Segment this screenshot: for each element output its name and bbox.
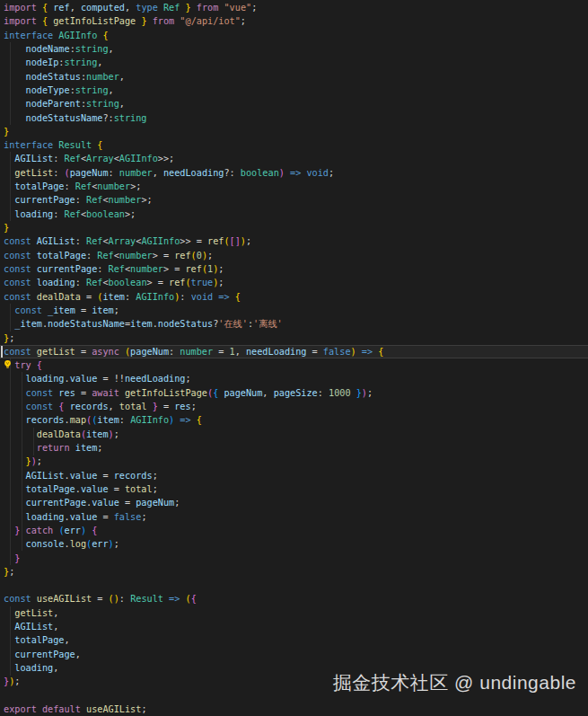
code-line[interactable]: dealData(item); xyxy=(0,428,588,441)
code-token: _item xyxy=(48,305,75,315)
code-token: Ref xyxy=(65,154,81,164)
code-line[interactable]: } catch (err) { xyxy=(0,524,588,537)
code-token: void xyxy=(191,292,214,302)
code-line[interactable]: AGIList.value = records; xyxy=(0,469,588,482)
code-token: res xyxy=(58,388,75,398)
code-token: item xyxy=(102,292,125,302)
current-line[interactable]: const getList = async (pageNum: number =… xyxy=(0,345,588,358)
code-token: string xyxy=(65,57,98,67)
code-token: nodeName xyxy=(26,44,70,54)
code-line[interactable] xyxy=(0,579,588,592)
code-line[interactable]: import { ref, computed, type Ref } from … xyxy=(0,1,588,14)
code-line[interactable]: const res = await getInfoListPage({ page… xyxy=(0,386,588,400)
code-line[interactable]: nodeParent:string, xyxy=(0,97,588,110)
code-line[interactable]: totalPage.value = total; xyxy=(0,482,588,496)
code-line[interactable]: currentPage.value = pageNum; xyxy=(0,496,588,509)
code-line[interactable]: export default useAGIList; xyxy=(0,703,588,716)
code-line[interactable]: import { getInfoListPage } from "@/api/i… xyxy=(0,14,588,28)
code-token: nodeParent xyxy=(26,99,81,109)
code-token: totalPage xyxy=(26,484,75,494)
code-token: , xyxy=(109,85,114,95)
code-token: = xyxy=(81,292,97,302)
code-line[interactable]: nodeIp:string, xyxy=(0,56,588,69)
code-line[interactable]: try { xyxy=(0,358,588,372)
code-line[interactable]: }; xyxy=(0,565,588,579)
code-token xyxy=(4,650,14,659)
code-token: , xyxy=(235,347,246,357)
code-line[interactable]: nodeType:string, xyxy=(0,84,588,97)
code-token: = xyxy=(75,388,92,398)
code-line[interactable]: AGIList, xyxy=(0,620,588,633)
code-token: try xyxy=(14,360,31,370)
code-token: ref xyxy=(207,236,224,246)
code-editor[interactable]: import { ref, computed, type Ref } from … xyxy=(0,0,588,716)
code-token: nodeStatus xyxy=(26,72,81,82)
code-token: , xyxy=(125,3,136,13)
code-token: computed xyxy=(81,3,125,13)
code-area[interactable]: import { ref, computed, type Ref } from … xyxy=(0,1,588,716)
code-line[interactable]: } xyxy=(0,552,588,565)
code-line[interactable]: return item; xyxy=(0,441,588,455)
code-token: string xyxy=(75,85,109,95)
code-line[interactable]: interface AGIInfo { xyxy=(0,29,588,42)
code-line[interactable]: totalPage, xyxy=(0,633,588,647)
code-token: , xyxy=(109,44,114,54)
code-token: Ref xyxy=(109,264,125,274)
quick-fix-lightbulb-icon[interactable] xyxy=(3,359,13,370)
code-line[interactable]: const AGIList: Ref<Array<AGIInfo>> = ref… xyxy=(0,234,588,248)
code-line[interactable]: } xyxy=(0,221,588,234)
code-line[interactable]: }); xyxy=(0,455,588,468)
text-cursor xyxy=(1,346,3,358)
code-line[interactable]: currentPage: Ref<number>; xyxy=(0,193,588,207)
code-token: dealData xyxy=(37,429,81,439)
code-token: value xyxy=(92,498,119,508)
code-token: Ref xyxy=(65,209,81,219)
code-line[interactable]: const totalPage: Ref<number> = ref(0); xyxy=(0,249,588,262)
code-token: : xyxy=(109,168,119,178)
code-line[interactable]: loading: Ref<boolean>; xyxy=(0,208,588,221)
code-token xyxy=(4,608,14,618)
code-line[interactable]: const { records, total } = res; xyxy=(0,400,588,413)
code-line[interactable]: totalPage: Ref<number>; xyxy=(0,180,588,193)
code-token: = xyxy=(75,305,92,315)
code-line[interactable]: loading.value = !!needLoading; xyxy=(0,372,588,385)
code-token: => xyxy=(290,168,301,178)
code-token: value xyxy=(81,484,109,494)
code-token xyxy=(4,635,14,645)
code-line[interactable]: console.log(err); xyxy=(0,537,588,551)
code-line[interactable]: const _item = item; xyxy=(0,304,588,317)
code-line[interactable]: interface Result { xyxy=(0,138,588,152)
code-line[interactable]: const useAGIList = (): Result => ({ xyxy=(0,592,588,606)
code-line[interactable]: loading.value = false; xyxy=(0,510,588,524)
code-line[interactable]: nodeStatus:number, xyxy=(0,70,588,84)
code-line[interactable]: getList, xyxy=(0,606,588,620)
code-token: item xyxy=(75,443,98,453)
code-token: = xyxy=(97,471,113,481)
code-token: AGIInfo xyxy=(141,236,180,246)
code-line[interactable]: currentPage, xyxy=(0,648,588,661)
code-token: ; xyxy=(97,443,102,453)
code-token xyxy=(4,622,14,632)
code-token: , xyxy=(119,99,125,109)
code-line[interactable]: const dealData = (item: AGIInfo): void =… xyxy=(0,290,588,304)
code-line[interactable]: getList: (pageNum: number, needLoading?:… xyxy=(0,166,588,180)
code-token: >> = xyxy=(180,236,207,246)
code-line[interactable]: const currentPage: Ref<number> = ref(1); xyxy=(0,262,588,276)
code-line[interactable]: }; xyxy=(0,331,588,345)
code-token: currentPage xyxy=(14,195,75,205)
code-line[interactable]: } xyxy=(0,125,588,138)
code-token xyxy=(4,209,14,219)
code-line[interactable]: const loading: Ref<boolean> = ref(true); xyxy=(0,276,588,289)
code-line[interactable]: AGIList: Ref<Array<AGIInfo>>; xyxy=(0,152,588,165)
code-line[interactable]: _item.nodeStatusName=item.nodeStatus?'在线… xyxy=(0,317,588,331)
code-token: AGIList xyxy=(37,236,75,246)
code-line[interactable]: nodeName:string, xyxy=(0,42,588,56)
code-line[interactable]: records.map((item: AGIInfo) => { xyxy=(0,413,588,427)
code-token: , xyxy=(53,663,58,673)
code-line[interactable]: nodeStatusName?:string xyxy=(0,111,588,125)
code-token xyxy=(4,456,26,466)
code-token xyxy=(4,305,14,315)
code-token: 1000 xyxy=(329,388,351,398)
code-token: Result xyxy=(130,594,163,604)
code-token: res xyxy=(174,402,190,411)
